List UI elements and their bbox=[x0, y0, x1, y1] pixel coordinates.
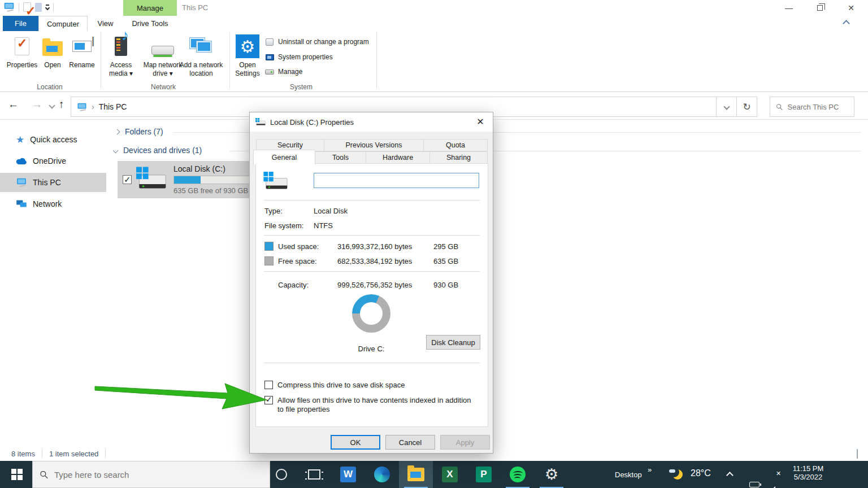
tab-previous-versions[interactable]: Previous Versions bbox=[324, 139, 424, 151]
taskbar-search-input[interactable] bbox=[54, 470, 263, 480]
file-explorer-icon bbox=[407, 468, 424, 481]
add-network-location-button[interactable]: Add a network location bbox=[176, 33, 226, 78]
spotify-icon bbox=[510, 467, 526, 482]
manage-button[interactable]: Manage bbox=[264, 67, 302, 76]
desktop-toolbar-label[interactable]: Desktop bbox=[615, 470, 642, 479]
devices-group-header[interactable]: Devices and drives (1) bbox=[114, 146, 202, 155]
volume-label-input[interactable] bbox=[314, 173, 479, 188]
minimize-button[interactable]: — bbox=[776, 0, 802, 16]
sidebar-item-onedrive[interactable]: OneDrive bbox=[0, 151, 106, 171]
tab-general[interactable]: General bbox=[253, 150, 315, 164]
folders-group-header[interactable]: Folders (7) bbox=[115, 127, 163, 136]
tab-computer[interactable]: Computer bbox=[38, 16, 88, 31]
onedrive-cloud-icon bbox=[16, 158, 27, 165]
separator-2 bbox=[264, 235, 480, 236]
open-button[interactable]: Open bbox=[40, 33, 66, 69]
free-space-label: Free space: bbox=[278, 257, 317, 265]
open-settings-button[interactable]: ⚙ Open Settings bbox=[233, 33, 262, 78]
map-drive-icon bbox=[151, 46, 174, 55]
access-media-button[interactable]: ♪ Access media ▾ bbox=[104, 33, 138, 78]
dialog-title: Local Disk (C:) Properties bbox=[270, 118, 354, 127]
edge-icon bbox=[374, 467, 390, 482]
breadcrumb-this-pc[interactable]: This PC bbox=[99, 102, 127, 111]
tab-view[interactable]: View bbox=[88, 16, 123, 31]
file-explorer-button[interactable] bbox=[399, 461, 433, 488]
start-button[interactable] bbox=[0, 461, 34, 488]
capacity-bytes: 999,526,756,352 bytes bbox=[337, 281, 412, 289]
tab-drive-tools[interactable]: Drive Tools bbox=[123, 16, 177, 31]
sidebar-item-quick-access[interactable]: ★ Quick access bbox=[0, 130, 106, 149]
apply-button[interactable]: Apply bbox=[440, 435, 490, 450]
settings-button[interactable]: ⚙ bbox=[535, 461, 568, 488]
excel-button[interactable]: X bbox=[433, 461, 467, 488]
quick-access-toolbar bbox=[3, 2, 54, 12]
system-menu-pc-icon[interactable] bbox=[3, 2, 15, 12]
sidebar-item-this-pc[interactable]: This PC bbox=[0, 173, 106, 192]
properties-dialog: Local Disk (C:) Properties ✕ Security Pr… bbox=[249, 112, 493, 454]
thumbnail-view-icon[interactable] bbox=[857, 450, 858, 458]
open-settings-label2: Settings bbox=[235, 69, 259, 78]
refresh-icon[interactable]: ↻ bbox=[736, 97, 757, 116]
properties-button[interactable]: Properties bbox=[6, 33, 38, 69]
system-group-label: System bbox=[277, 83, 325, 91]
task-view-button[interactable] bbox=[297, 461, 331, 488]
maximize-button[interactable] bbox=[807, 0, 833, 16]
ok-button[interactable]: OK bbox=[331, 435, 380, 450]
forward-icon[interactable]: → bbox=[32, 98, 42, 111]
drive-usage-bar bbox=[173, 176, 258, 184]
tile-checkbox[interactable] bbox=[123, 175, 132, 184]
taskbar-search[interactable] bbox=[32, 461, 270, 488]
uninstall-label: Uninstall or change a program bbox=[278, 38, 369, 46]
compress-label[interactable]: Compress this drive to save disk space bbox=[277, 381, 476, 389]
qat-newfolder-icon[interactable] bbox=[35, 3, 42, 12]
rename-button[interactable]: Rename bbox=[67, 33, 97, 69]
edge-button[interactable] bbox=[365, 461, 399, 488]
taskbar-settings-gear-icon: ⚙ bbox=[545, 465, 558, 483]
drive-name: Local Disk (C:) bbox=[173, 164, 258, 173]
network-label: Network bbox=[33, 199, 62, 208]
recent-locations-icon[interactable] bbox=[49, 102, 55, 108]
tab-file[interactable]: File bbox=[3, 16, 38, 31]
tab-quota[interactable]: Quota bbox=[423, 139, 488, 151]
hidden-icons-chevron-icon[interactable] bbox=[726, 472, 734, 479]
tab-tools[interactable]: Tools bbox=[315, 151, 366, 164]
search-input[interactable] bbox=[788, 103, 848, 111]
tab-sharing[interactable]: Sharing bbox=[429, 151, 488, 164]
qat-properties-icon[interactable] bbox=[23, 2, 31, 12]
cancel-button[interactable]: Cancel bbox=[385, 435, 435, 450]
capacity-donut bbox=[352, 294, 390, 333]
chevron-down-icon bbox=[113, 147, 119, 153]
minimize-ribbon-icon[interactable] bbox=[843, 20, 850, 27]
disk-cleanup-button[interactable]: Disk Cleanup bbox=[426, 335, 480, 350]
address-dropdown-icon[interactable] bbox=[716, 97, 736, 116]
toolbar-chevron-icon[interactable]: » bbox=[648, 465, 652, 474]
drive-usage-fill bbox=[174, 176, 201, 184]
system-properties-button[interactable]: System properties bbox=[264, 53, 333, 62]
dialog-titlebar: Local Disk (C:) Properties ✕ bbox=[250, 112, 493, 132]
spotify-button[interactable] bbox=[501, 461, 535, 488]
index-label[interactable]: Allow files on this drive to have conten… bbox=[277, 396, 476, 414]
publisher-button[interactable]: P bbox=[467, 461, 501, 488]
qat-customize-icon[interactable] bbox=[46, 5, 49, 10]
dialog-close-icon[interactable]: ✕ bbox=[468, 112, 493, 130]
sidebar-item-network[interactable]: Network bbox=[0, 194, 106, 213]
ribbon-tab-manage[interactable]: Manage bbox=[123, 0, 177, 16]
tab-hardware[interactable]: Hardware bbox=[366, 151, 430, 164]
rename-icon bbox=[72, 41, 92, 52]
music-note-icon: ♪ bbox=[121, 31, 129, 40]
separator-4 bbox=[264, 363, 480, 363]
cortana-button[interactable] bbox=[264, 461, 298, 488]
back-icon[interactable]: ← bbox=[8, 98, 19, 111]
temperature-label[interactable]: 28°C bbox=[691, 468, 711, 478]
uninstall-program-button[interactable]: Uninstall or change a program bbox=[264, 37, 369, 46]
clock[interactable]: 11:15 PM 5/3/2022 bbox=[787, 464, 829, 481]
drive-icon-large bbox=[263, 172, 288, 192]
close-button[interactable]: ✕ bbox=[838, 0, 864, 16]
up-icon[interactable]: ↑ bbox=[59, 98, 64, 111]
search-box[interactable] bbox=[770, 97, 854, 117]
system-properties-icon bbox=[264, 53, 275, 62]
network-icon bbox=[16, 199, 27, 208]
weather-moon-icon[interactable] bbox=[672, 469, 683, 480]
battery-icon[interactable] bbox=[749, 482, 760, 487]
word-button[interactable]: W bbox=[331, 461, 365, 488]
